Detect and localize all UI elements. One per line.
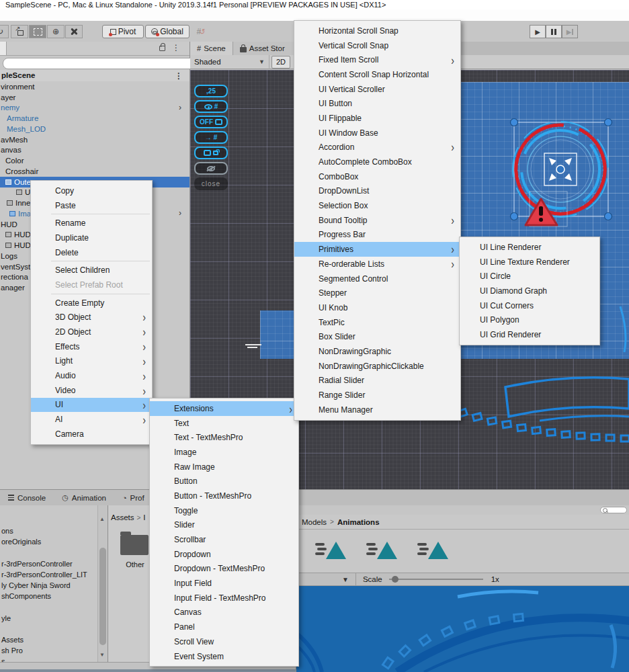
menu-item[interactable]: Toggle [150, 503, 298, 518]
menu-item[interactable]: Progress Bar [294, 228, 460, 243]
menu-item[interactable]: UI Button [294, 96, 460, 111]
menu-item[interactable]: Duplicate [31, 230, 152, 245]
expand-arrow-icon[interactable] [179, 103, 181, 114]
project-tree-item[interactable]: shComponents [0, 591, 97, 601]
animation-clip-icon[interactable] [315, 539, 349, 562]
grid-snap-button[interactable]: # ↺ [192, 25, 210, 38]
menu-item[interactable]: Select Children [31, 263, 152, 278]
tab-animation[interactable]: ◷ Animation [54, 490, 114, 506]
search-field[interactable] [600, 507, 627, 513]
pivot-toggle-button[interactable]: Pivot [102, 25, 144, 38]
menu-item[interactable]: Box Slider [294, 329, 460, 344]
menu-item[interactable]: UI Diamond Graph [460, 284, 599, 298]
menu-item[interactable]: Horizontal Scroll Snap [294, 24, 460, 38]
menu-item[interactable]: Delete [31, 245, 152, 260]
folder-label[interactable]: Other [118, 560, 153, 569]
rotate-tool-button[interactable]: ↻ [0, 25, 9, 38]
menu-item[interactable]: Rename [31, 216, 152, 230]
menu-item[interactable]: Panel [150, 620, 298, 634]
menu-item[interactable]: UI Window Base [294, 126, 460, 140]
menu-item[interactable]: Vertical Scroll Snap [294, 38, 460, 53]
menu-item[interactable]: Image [150, 445, 298, 460]
menu-item[interactable]: Paste [31, 198, 152, 213]
scroll-down-icon[interactable]: ▼ [99, 652, 105, 658]
menu-item[interactable]: Fixed Item Scroll [294, 52, 460, 67]
menu-item[interactable]: Effects [31, 339, 152, 354]
menu-item[interactable]: Camera [31, 427, 152, 442]
menu-item[interactable]: UI Cut Corners [460, 298, 599, 313]
menu-item[interactable]: 3D Object [31, 310, 152, 325]
menu-item[interactable]: Slider [150, 518, 298, 533]
menu-item[interactable]: Canvas [150, 605, 298, 620]
menu-item[interactable]: Raw Image [150, 460, 298, 474]
scroll-up-icon[interactable]: ▲ [99, 516, 105, 522]
hierarchy-item[interactable]: Crosshair [0, 166, 190, 177]
animation-clip-icon[interactable] [366, 539, 400, 562]
menu-item[interactable]: Dropdown [150, 547, 298, 562]
slider-knob[interactable] [392, 576, 399, 583]
menu-item[interactable]: Selection Box [294, 198, 460, 213]
menu-item[interactable]: Input Field [150, 576, 298, 591]
global-toggle-button[interactable]: Global [145, 25, 190, 38]
menu-item[interactable]: Primitives [294, 242, 460, 257]
menu-item[interactable]: Create Empty [31, 296, 152, 310]
project-tree-item[interactable]: r-3rdPersonController [0, 558, 97, 569]
menu-item[interactable]: UI Circle [460, 269, 599, 284]
menu-item[interactable]: Video [31, 383, 152, 398]
menu-item[interactable]: Content Scroll Snap Horizontal [294, 67, 460, 82]
custom-tool-button[interactable] [65, 25, 83, 38]
menu-item[interactable]: Light [31, 354, 152, 369]
animation-preview[interactable] [296, 586, 629, 672]
hierarchy-item[interactable]: Color [0, 155, 190, 166]
hierarchy-item[interactable]: nemy [0, 103, 190, 114]
project-tree-item[interactable]: yle [0, 613, 97, 624]
hierarchy-item[interactable]: avMesh [0, 134, 190, 145]
animations-breadcrumb[interactable]: Models > Animations [296, 515, 629, 530]
breadcrumb-root[interactable]: Assets [111, 513, 134, 521]
scrollbar-thumb[interactable] [99, 548, 106, 645]
menu-item[interactable]: AutoComplete ComboBox [294, 155, 460, 169]
menu-item[interactable]: UI Line Texture Renderer [460, 255, 599, 269]
hierarchy-tab[interactable] [0, 42, 7, 55]
folder-icon[interactable] [120, 535, 149, 555]
transform-tool-button[interactable]: ⊕ [47, 25, 65, 38]
kebab-menu-icon[interactable]: ⋮ [172, 43, 180, 52]
expand-arrow-icon[interactable] [179, 208, 181, 219]
project-tree-item[interactable]: Assets [0, 634, 97, 645]
pause-button[interactable] [546, 25, 562, 38]
menu-item[interactable]: Extensions [150, 401, 298, 416]
menu-item[interactable]: Range Slider [294, 388, 460, 403]
hierarchy-item[interactable]: ayer [0, 92, 190, 103]
project-tree-item[interactable]: sh Pro [0, 645, 97, 656]
menu-item[interactable]: Dropdown - TextMeshPro [150, 562, 298, 577]
menu-item[interactable]: UI Flippable [294, 111, 460, 126]
tab-scene[interactable]: # Scene [190, 42, 233, 55]
move-gizmo[interactable] [544, 153, 577, 185]
menu-item[interactable]: Scrollbar [150, 532, 298, 547]
menu-item[interactable]: UI Vertical Scroller [294, 82, 460, 97]
menu-item[interactable]: Audio [31, 368, 152, 383]
2d-mode-button[interactable]: 2D [271, 56, 290, 69]
menu-item[interactable]: NonDrawingGraphic [294, 344, 460, 359]
project-tree-item[interactable]: ly Cyber Ninja Sword [0, 580, 97, 591]
breadcrumb-root[interactable]: Models [302, 518, 327, 526]
menu-item[interactable]: UI [31, 398, 152, 413]
menu-item[interactable]: UI Polygon [460, 312, 599, 327]
chevron-down-icon[interactable]: ▼ [342, 576, 349, 583]
project-tree-scrollbar[interactable]: ▲ ▼ [97, 505, 108, 662]
menu-item[interactable]: Menu Manager [294, 403, 460, 417]
rect-tool-button[interactable] [29, 25, 46, 38]
menu-item[interactable]: 2D Object [31, 325, 152, 339]
scene-name-row[interactable]: pleScene ⋮ [0, 70, 190, 81]
menu-item[interactable]: NonDrawingGraphicClickable [294, 359, 460, 374]
project-tree-item[interactable] [0, 601, 97, 612]
menu-item[interactable]: Button - TextMeshPro [150, 489, 298, 503]
tab-profiler[interactable]: ◔ Prof [114, 490, 153, 506]
project-tree-item[interactable] [0, 547, 97, 558]
hierarchy-item[interactable]: Mesh_LOD [0, 124, 190, 134]
menu-item[interactable]: ComboBox [294, 169, 460, 184]
animation-clip-icon[interactable] [417, 539, 451, 562]
menu-item[interactable]: UI Knob [294, 300, 460, 315]
menu-item[interactable]: Scroll View [150, 634, 298, 649]
play-button[interactable]: ▶ [530, 25, 546, 38]
